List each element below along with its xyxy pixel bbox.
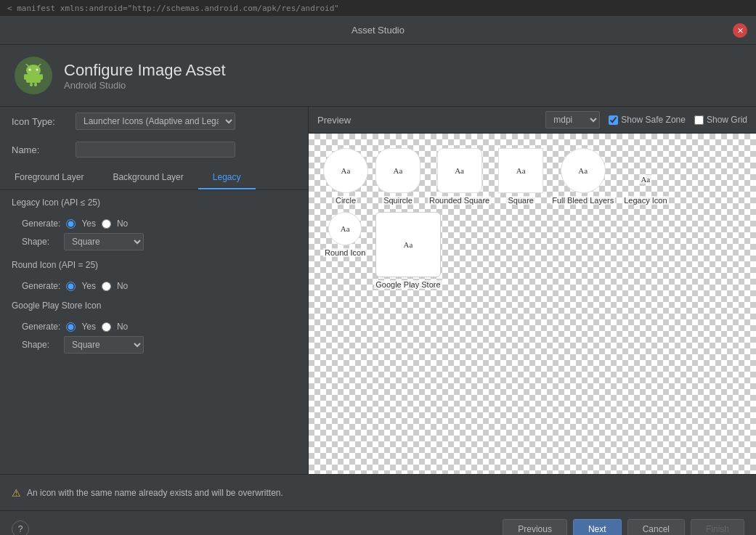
footer-right: Previous Next Cancel Finish <box>503 519 744 536</box>
icon-type-select[interactable]: Launcher Icons (Adaptive and Legacy) <box>76 113 235 130</box>
show-grid-label[interactable]: Show Grid <box>694 115 747 125</box>
help-button[interactable]: ? <box>12 520 29 536</box>
google-play-section: Google Play Store Icon <box>0 293 308 319</box>
legacy-section: Legacy Icon (API ≤ 25) <box>0 190 308 216</box>
icon-item-google-play: Aa Google Play Store <box>374 212 442 289</box>
name-input[interactable]: ic_launcher <box>76 142 235 158</box>
close-button[interactable]: ✕ <box>733 23 747 38</box>
google-play-generate-label: Generate: <box>22 322 60 332</box>
legacy-no-radio[interactable] <box>102 219 111 229</box>
svg-rect-7 <box>40 74 43 80</box>
tab-foreground[interactable]: Foreground Layer <box>0 166 98 189</box>
round-no-label: No <box>117 281 128 291</box>
icon-item-round: Aa Round Icon <box>323 212 367 257</box>
code-bar: < manifest xmlns:android="http://schemas… <box>0 0 756 16</box>
svg-rect-8 <box>30 83 33 86</box>
icon-item-full-bleed: Aa Full Bleed Layers <box>550 148 615 205</box>
dpi-select[interactable]: mdpihdpixhdpixxhdpixxxhdpi <box>545 111 600 128</box>
android-icon <box>22 64 45 87</box>
next-button[interactable]: Next <box>573 519 622 536</box>
google-play-no-label: No <box>117 322 128 332</box>
show-safe-zone-checkbox[interactable] <box>609 115 618 125</box>
legacy-shape-select[interactable]: SquareCircleRounded SquareNone <box>64 233 144 250</box>
legacy-shape-row: Shape: SquareCircleRounded SquareNone <box>0 231 308 253</box>
square-preview: Aa <box>498 148 543 193</box>
finish-button[interactable]: Finish <box>691 519 744 536</box>
name-label: Name: <box>12 144 70 155</box>
cancel-button[interactable]: Cancel <box>627 519 685 536</box>
main-content: Icon Type: Launcher Icons (Adaptive and … <box>0 107 756 474</box>
round-icon-preview: Aa <box>328 212 362 245</box>
icon-item-legacy: Aa Legacy Icon <box>622 166 668 205</box>
status-bar: ⚠ An icon with the same name already exi… <box>0 474 756 510</box>
google-play-preview: Aa <box>375 212 441 277</box>
google-play-no-radio[interactable] <box>102 322 111 332</box>
show-grid-checkbox[interactable] <box>694 115 704 125</box>
google-play-shape-row: Shape: SquareCircleRounded SquareNone <box>0 334 308 356</box>
round-no-radio[interactable] <box>102 282 111 291</box>
round-section-title: Round Icon (API = 25) <box>12 260 296 270</box>
svg-rect-9 <box>34 83 37 86</box>
status-text: An icon with the same name already exist… <box>27 488 283 498</box>
tab-legacy[interactable]: Legacy <box>198 166 256 189</box>
tab-background[interactable]: Background Layer <box>98 166 198 189</box>
legacy-preview: Aa <box>632 166 659 193</box>
preview-label: Preview <box>317 115 537 126</box>
svg-rect-5 <box>26 74 41 83</box>
legacy-yes-label: Yes <box>81 219 96 229</box>
svg-rect-6 <box>24 74 27 80</box>
icon-item-rounded-square: Aa Rounded Square <box>428 148 491 205</box>
google-play-section-title: Google Play Store Icon <box>12 301 296 311</box>
icon-item-circle: Aa Circle <box>323 148 368 205</box>
dialog-header: Configure Image Asset Android Studio <box>0 45 756 107</box>
name-row: Name: ic_launcher <box>0 136 308 163</box>
dialog-subtitle: Android Studio <box>64 80 226 91</box>
second-row-icons: Aa Round Icon Aa Google Play Store <box>323 212 741 289</box>
round-yes-label: Yes <box>81 281 96 291</box>
legacy-yes-radio[interactable] <box>66 219 76 229</box>
footer-left: ? <box>12 520 29 536</box>
header-text: Configure Image Asset Android Studio <box>64 61 226 91</box>
legacy-generate-row: Generate: Yes No <box>0 216 308 231</box>
round-yes-radio[interactable] <box>66 282 76 291</box>
warning-icon: ⚠ <box>12 487 21 499</box>
right-panel: Preview mdpihdpixhdpixxhdpixxxhdpi Show … <box>309 107 756 474</box>
left-panel: Icon Type: Launcher Icons (Adaptive and … <box>0 107 309 474</box>
code-text: < manifest xmlns:android="http://schemas… <box>7 4 339 13</box>
round-generate-row: Generate: Yes No <box>0 279 308 293</box>
show-safe-zone-label[interactable]: Show Safe Zone <box>609 115 686 125</box>
icon-type-row: Icon Type: Launcher Icons (Adaptive and … <box>0 107 308 136</box>
google-play-shape-select[interactable]: SquareCircleRounded SquareNone <box>64 336 144 354</box>
footer: ? Previous Next Cancel Finish <box>0 510 756 535</box>
google-play-yes-label: Yes <box>81 322 96 332</box>
google-play-shape-label: Shape: <box>22 340 58 350</box>
google-play-generate-row: Generate: Yes No <box>0 319 308 334</box>
legacy-section-title: Legacy Icon (API ≤ 25) <box>12 197 296 208</box>
close-icon: ✕ <box>737 26 744 36</box>
round-section: Round Icon (API = 25) <box>0 253 308 279</box>
full-bleed-preview: Aa <box>561 148 606 193</box>
rounded-square-preview: Aa <box>437 148 482 193</box>
round-generate-label: Generate: <box>22 281 60 291</box>
google-play-yes-radio[interactable] <box>66 322 76 332</box>
legacy-generate-label: Generate: <box>22 219 60 229</box>
preview-toolbar: Preview mdpihdpixhdpixxhdpixxxhdpi Show … <box>309 107 756 134</box>
legacy-shape-label: Shape: <box>22 237 58 247</box>
previous-button[interactable]: Previous <box>503 519 567 536</box>
circle-preview: Aa <box>323 148 368 193</box>
icon-grid: Aa Circle Aa Squircle Aa Rounded Sq <box>323 148 741 205</box>
icon-type-label: Icon Type: <box>12 116 70 127</box>
preview-canvas: Aa Circle Aa Squircle Aa Rounded Sq <box>309 134 756 474</box>
svg-point-1 <box>29 69 31 71</box>
squircle-preview: Aa <box>375 148 420 193</box>
window-title: Asset Studio <box>351 25 405 36</box>
svg-point-2 <box>36 69 38 71</box>
title-bar: Asset Studio ✕ <box>0 16 756 45</box>
legacy-no-label: No <box>117 219 128 229</box>
svg-line-4 <box>38 64 41 66</box>
icon-item-square: Aa Square <box>498 148 543 205</box>
dialog-title: Configure Image Asset <box>64 61 226 80</box>
svg-line-3 <box>26 64 28 66</box>
android-logo <box>15 57 52 94</box>
layer-tabs: Foreground Layer Background Layer Legacy <box>0 166 308 190</box>
